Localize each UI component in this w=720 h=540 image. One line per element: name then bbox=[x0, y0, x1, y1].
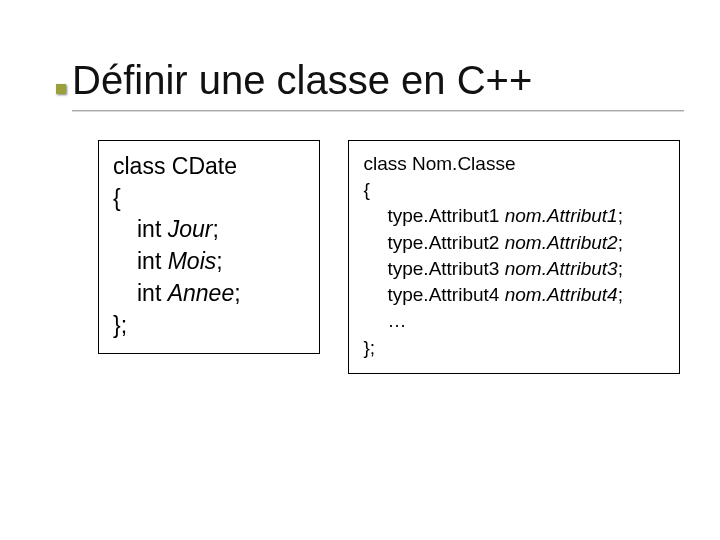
code-line: int Annee; bbox=[113, 278, 305, 310]
code-semicolon: ; bbox=[212, 216, 218, 242]
code-line: type.Attribut2 nom.Attribut2; bbox=[363, 230, 665, 256]
code-line: int Jour; bbox=[113, 214, 305, 246]
code-line: type.Attribut3 nom.Attribut3; bbox=[363, 256, 665, 282]
code-box-template: class Nom.Classe { type.Attribut1 nom.At… bbox=[348, 140, 680, 374]
code-line: { bbox=[113, 183, 305, 215]
code-line: }; bbox=[363, 335, 665, 361]
code-type: type.Attribut4 bbox=[387, 284, 504, 305]
code-semicolon: ; bbox=[618, 284, 623, 305]
title-container: Définir une classe en C++ bbox=[72, 58, 680, 103]
code-semicolon: ; bbox=[618, 232, 623, 253]
code-keyword: int bbox=[137, 248, 168, 274]
code-box-example: class CDate { int Jour; int Mois; int An… bbox=[98, 140, 320, 354]
code-ellipsis: … bbox=[363, 308, 665, 334]
code-type: type.Attribut3 bbox=[387, 258, 504, 279]
code-semicolon: ; bbox=[618, 258, 623, 279]
code-identifier: Annee bbox=[168, 280, 235, 306]
slide: Définir une classe en C++ class CDate { … bbox=[0, 0, 720, 540]
code-type: type.Attribut2 bbox=[387, 232, 504, 253]
code-semicolon: ; bbox=[234, 280, 240, 306]
code-type: type.Attribut1 bbox=[387, 205, 504, 226]
code-line: type.Attribut4 nom.Attribut4; bbox=[363, 282, 665, 308]
page-title: Définir une classe en C++ bbox=[72, 58, 680, 103]
code-semicolon: ; bbox=[618, 205, 623, 226]
code-semicolon: ; bbox=[216, 248, 222, 274]
code-identifier: Mois bbox=[168, 248, 217, 274]
title-underline bbox=[72, 110, 684, 111]
code-keyword: int bbox=[137, 280, 168, 306]
code-identifier: Jour bbox=[168, 216, 213, 242]
code-keyword: int bbox=[137, 216, 168, 242]
code-identifier: nom.Attribut1 bbox=[505, 205, 618, 226]
code-line: { bbox=[363, 177, 665, 203]
code-identifier: nom.Attribut2 bbox=[505, 232, 618, 253]
code-identifier: nom.Attribut3 bbox=[505, 258, 618, 279]
code-line: int Mois; bbox=[113, 246, 305, 278]
code-line: type.Attribut1 nom.Attribut1; bbox=[363, 203, 665, 229]
code-identifier: nom.Attribut4 bbox=[505, 284, 618, 305]
code-line: class Nom.Classe bbox=[363, 151, 665, 177]
title-bullet-icon bbox=[56, 84, 66, 94]
content-columns: class CDate { int Jour; int Mois; int An… bbox=[98, 140, 680, 374]
code-line: }; bbox=[113, 310, 305, 342]
code-line: class CDate bbox=[113, 151, 305, 183]
